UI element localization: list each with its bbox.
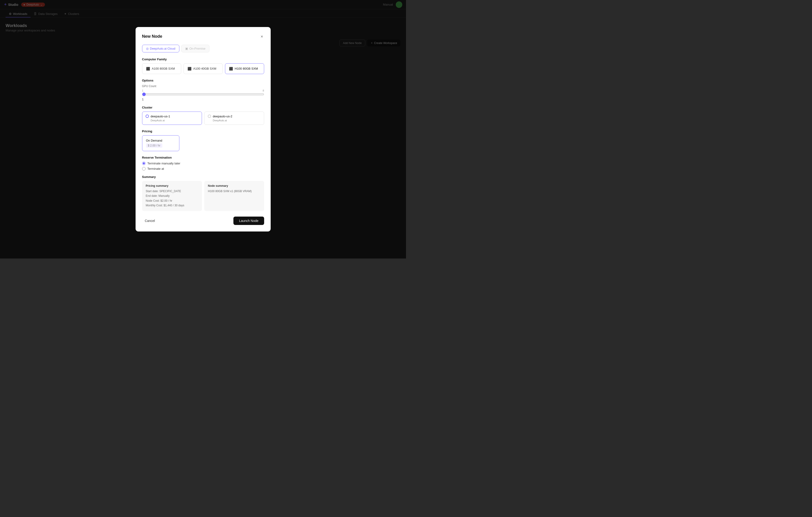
node-summary-title: Node summary [208,184,260,188]
cluster-us2-dot [208,115,211,118]
cluster-section: Cluster deepauto-us-1 DeepAuto.ai deepau… [142,106,264,125]
computer-family-label: Computer Family [142,58,264,61]
termination-radio-group: Terminate manually later Terminate at [142,162,264,170]
pricing-name: On Demand [146,139,175,142]
node-summary-card: Node summary H100 80GB SXM x1 (80GB VRAM… [204,181,264,211]
pricing-summary-end: End date: Manually [146,194,198,198]
options-label: Options [142,79,264,82]
gpu-icon-h100-80: ⬛ [229,67,233,70]
pricing-summary-title: Pricing summary [146,184,198,188]
cloud-icon: ◎ [146,47,149,50]
slider-value: 1 [142,97,264,101]
pricing-section: Pricing On Demand $ 2.00 / hr [142,130,264,151]
cluster-us1-sub: DeepAuto.ai [146,119,199,122]
cluster-us1-header: deepauto-us-1 [146,115,199,118]
modal-header: New Node × [142,33,264,39]
options-section: Options GPU Count 1 8 1 [142,79,264,101]
gpu-card-h100-80[interactable]: ⬛ H100 80GB SXM [225,63,264,74]
gpu-count-label: GPU Count [142,85,264,88]
summary-section: Summary Pricing summary Start date: SPEC… [142,175,264,211]
modal-title: New Node [142,34,162,39]
terminate-at-option[interactable]: Terminate at [142,167,264,170]
slider-labels: 1 8 [142,89,264,92]
reserve-termination-section: Reserve Termination Terminate manually l… [142,156,264,170]
modal-footer: Cancel Launch Node [142,217,264,225]
reserve-termination-label: Reserve Termination [142,156,264,159]
gpu-icon-a100-40: ⬛ [187,67,192,70]
cluster-card-us1[interactable]: deepauto-us-1 DeepAuto.ai [142,112,202,125]
modal-overlay: New Node × ◎ DeepAuto.ai Cloud ▣ On-Prem… [0,0,406,259]
tab-on-premise[interactable]: ▣ On-Premise [181,45,209,52]
tab-cloud[interactable]: ◎ DeepAuto.ai Cloud [142,45,179,52]
pricing-summary-monthly: Monthly Cost: $1,440 / 30 days [146,203,198,208]
gpu-count-slider[interactable] [142,92,264,96]
cancel-button[interactable]: Cancel [142,217,158,225]
cluster-card-us2[interactable]: deepauto-us-2 DeepAuto.ai [204,112,264,125]
source-tab-group: ◎ DeepAuto.ai Cloud ▣ On-Premise [142,45,264,52]
modal-close-button[interactable]: × [260,33,264,39]
new-node-modal: New Node × ◎ DeepAuto.ai Cloud ▣ On-Prem… [136,27,271,232]
terminate-at-radio[interactable] [142,167,146,170]
gpu-card-row: ⬛ A100 80GB SXM ⬛ A100 40GB SXM ⬛ H100 8… [142,63,264,74]
terminate-manually-option[interactable]: Terminate manually later [142,162,264,165]
terminate-manually-radio[interactable] [142,162,146,165]
gpu-icon-a100-80: ⬛ [146,67,150,70]
cluster-label: Cluster [142,106,264,109]
node-summary-text: H100 80GB SXM x1 (80GB VRAM) [208,189,260,194]
pricing-label: Pricing [142,130,264,133]
pricing-rate: $ 2.00 / hr [146,143,162,148]
summary-label: Summary [142,175,264,179]
cluster-us2-sub: DeepAuto.ai [208,119,261,122]
premise-icon: ▣ [185,47,188,50]
cluster-cards: deepauto-us-1 DeepAuto.ai deepauto-us-2 … [142,112,264,125]
cluster-us2-header: deepauto-us-2 [208,115,261,118]
pricing-summary-start: Start date: SPECIFIC_DATE [146,189,198,194]
summary-cards: Pricing summary Start date: SPECIFIC_DAT… [142,181,264,211]
launch-node-button[interactable]: Launch Node [233,217,264,225]
gpu-card-a100-40[interactable]: ⬛ A100 40GB SXM [183,63,223,74]
pricing-card-on-demand[interactable]: On Demand $ 2.00 / hr [142,135,179,151]
pricing-summary-card: Pricing summary Start date: SPECIFIC_DAT… [142,181,202,211]
pricing-summary-node-cost: Node Cost: $2.00 / hr [146,198,198,203]
cluster-us1-dot [146,115,149,118]
gpu-card-a100-80[interactable]: ⬛ A100 80GB SXM [142,63,181,74]
